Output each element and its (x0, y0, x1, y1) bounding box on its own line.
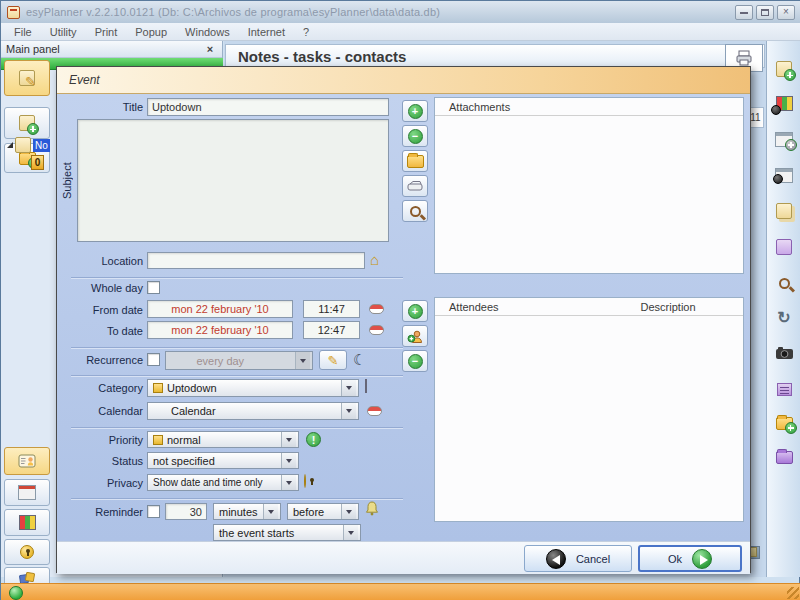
to-date-calendar-icon[interactable] (369, 325, 384, 335)
open-attachment-button[interactable] (402, 150, 428, 172)
dialog-header[interactable]: Event (57, 67, 750, 94)
divider (71, 347, 403, 349)
whole-day-checkbox[interactable] (147, 281, 160, 294)
magnifier-icon (410, 206, 421, 217)
new-note-button[interactable] (774, 59, 794, 79)
attendees-panel-header[interactable]: Attendees Description (435, 298, 743, 316)
remove-attendee-button[interactable]: − (402, 350, 428, 372)
recurrence-checkbox[interactable] (147, 353, 160, 366)
attachments-panel[interactable]: Attachments (434, 97, 744, 274)
menu-internet[interactable]: Internet (239, 24, 294, 40)
dialog-title: Event (69, 73, 100, 87)
purple-note-button[interactable] (774, 237, 794, 257)
add-attendee-button[interactable]: + (402, 300, 428, 322)
divider (71, 427, 403, 429)
calendar-select[interactable]: Calendar (147, 402, 359, 420)
maximize-button[interactable] (756, 5, 774, 20)
contacts-button[interactable] (4, 447, 50, 475)
edit-recurrence-button[interactable]: ✎ (319, 350, 347, 370)
camera-icon (775, 346, 794, 360)
reminder-unit-select[interactable]: minutes (213, 503, 281, 520)
title-input[interactable]: Uptodown (147, 98, 389, 116)
preview-attachment-button[interactable] (402, 200, 428, 222)
reminder-relation-select[interactable]: before (287, 503, 359, 520)
notes-pair-button[interactable] (774, 201, 794, 221)
calendar-icon (18, 485, 36, 500)
whole-day-label: Whole day (57, 282, 143, 294)
minimize-icon (740, 11, 748, 14)
menu-help[interactable]: ? (294, 24, 318, 40)
scanner-icon (407, 180, 423, 192)
cancel-button[interactable]: Cancel (524, 545, 632, 572)
scan-attachment-button[interactable] (402, 175, 428, 197)
reminder-amount-input[interactable]: 30 (165, 503, 207, 520)
resize-grip[interactable] (787, 587, 799, 599)
open-folder-icon (407, 155, 424, 168)
from-time-field[interactable]: 11:47 (303, 300, 360, 318)
priority-select[interactable]: normal (147, 431, 299, 448)
security-button[interactable] (4, 539, 50, 565)
calendar-button[interactable] (4, 479, 50, 506)
remove-attachment-button[interactable]: − (402, 125, 428, 147)
privacy-select[interactable]: Show date and time only (147, 474, 299, 491)
to-date-field[interactable]: mon 22 february '10 (147, 321, 293, 339)
app-icon (7, 6, 20, 19)
calendar-row-icon[interactable] (367, 406, 382, 416)
reminder-checkbox[interactable] (147, 505, 160, 518)
note-add-icon (19, 115, 35, 131)
menu-popup[interactable]: Popup (126, 24, 176, 40)
calendar-grid-icon (776, 96, 793, 111)
refresh-button[interactable]: ↻ (774, 307, 794, 327)
purple-folder-icon (776, 451, 793, 464)
window-titlebar: esyPlanner v.2.2.10.0121 (Db: C:\Archivo… (1, 1, 800, 23)
ok-button[interactable]: Ok (638, 545, 742, 572)
main-panel-close-button[interactable]: × (203, 43, 217, 55)
tree-child-badge[interactable]: 0 (31, 155, 44, 170)
search-icon (779, 278, 790, 289)
subject-textarea[interactable] (77, 119, 389, 242)
new-event-button[interactable] (774, 129, 794, 149)
camera-button[interactable] (774, 343, 794, 363)
event-dialog: Event Title Uptodown Subject Location ⌂ … (56, 66, 751, 573)
add-note-button[interactable] (4, 107, 50, 139)
tree-item-label[interactable]: No (33, 139, 50, 152)
location-input[interactable] (147, 252, 365, 269)
add-contact-attendee-button[interactable] (402, 325, 428, 347)
tree-expander-icon[interactable] (7, 142, 13, 148)
window-title: esyPlanner v.2.2.10.0121 (Db: C:\Archivo… (26, 6, 440, 18)
menu-windows[interactable]: Windows (176, 24, 239, 40)
purple-folder-button[interactable] (774, 447, 794, 467)
to-time-field[interactable]: 12:47 (303, 321, 360, 339)
notes-tree-item[interactable]: No (7, 137, 50, 153)
divider (71, 277, 403, 279)
menu-utility[interactable]: Utility (41, 24, 86, 40)
attendees-panel[interactable]: Attendees Description (434, 297, 744, 522)
category-select[interactable]: Uptodown (147, 379, 359, 397)
add-attachment-button[interactable]: + (402, 100, 428, 122)
minimize-button[interactable] (735, 5, 753, 20)
search-button[interactable] (774, 273, 794, 293)
location-home-icon[interactable]: ⌂ (370, 252, 379, 267)
from-date-field[interactable]: mon 22 february '10 (147, 300, 293, 318)
dropdown-arrow-icon (341, 403, 356, 419)
from-date-calendar-icon[interactable] (369, 304, 384, 314)
add-folder-button[interactable] (774, 413, 794, 433)
attachments-panel-header[interactable]: Attachments (435, 98, 743, 116)
purple-list-button[interactable] (774, 379, 794, 399)
menu-print[interactable]: Print (86, 24, 127, 40)
category-grid-button[interactable] (365, 380, 367, 392)
menu-file[interactable]: File (5, 24, 41, 40)
back-arrow-icon (546, 549, 566, 569)
edit-note-button[interactable]: ✎ (4, 60, 50, 96)
status-indicator-icon (9, 586, 23, 600)
schedule-button[interactable] (774, 93, 794, 113)
calendar-grid-button[interactable] (4, 509, 50, 536)
event-time-button[interactable] (774, 165, 794, 185)
reminder-event-select[interactable]: the event starts (213, 524, 361, 541)
menu-bar: File Utility Print Popup Windows Interne… (1, 23, 800, 41)
recurrence-select[interactable]: every day (165, 351, 313, 370)
status-select[interactable]: not specified (147, 452, 299, 469)
close-button[interactable]: × (777, 5, 795, 20)
moon-icon[interactable]: ☾ (353, 351, 366, 369)
status-bar (1, 583, 800, 600)
